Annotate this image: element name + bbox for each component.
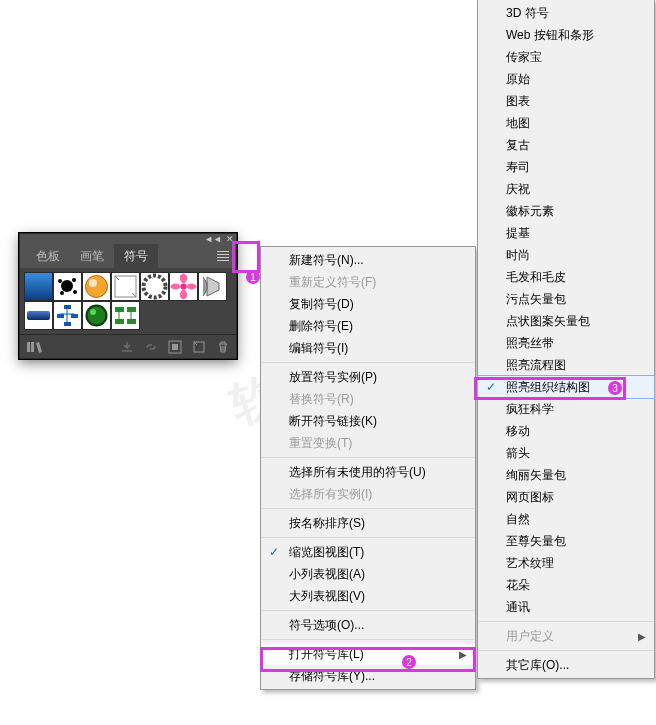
submenu-item[interactable]: 图表 <box>478 90 654 112</box>
menu-item[interactable]: 小列表视图(A) <box>261 563 475 585</box>
submenu-item[interactable]: 徽标元素 <box>478 200 654 222</box>
submenu-item[interactable]: 庆祝 <box>478 178 654 200</box>
symbol-swatch[interactable] <box>24 301 53 330</box>
menu-item-label: 大列表视图(V) <box>289 588 365 605</box>
panel-collapse-icon[interactable]: ◄◄ <box>204 235 222 244</box>
submenu-item[interactable]: 疯狂科学 <box>478 398 654 420</box>
svg-line-10 <box>132 293 136 297</box>
panel-menu-button[interactable] <box>213 248 233 264</box>
symbol-swatch[interactable] <box>53 301 82 330</box>
submenu-item[interactable]: 地图 <box>478 112 654 134</box>
menu-separator <box>262 610 474 611</box>
svg-point-4 <box>60 291 64 295</box>
submenu-item[interactable]: 箭头 <box>478 442 654 464</box>
symbol-options-icon[interactable] <box>168 340 182 354</box>
submenu-item-label: 地图 <box>506 115 530 132</box>
submenu-item-label: 用户定义 <box>506 628 554 645</box>
svg-point-3 <box>72 278 76 282</box>
symbol-swatch[interactable] <box>111 272 140 301</box>
submenu-item[interactable]: 污点矢量包 <box>478 288 654 310</box>
symbol-swatch[interactable] <box>198 272 227 301</box>
submenu-item[interactable]: 复古 <box>478 134 654 156</box>
submenu-item[interactable]: 艺术纹理 <box>478 552 654 574</box>
svg-rect-37 <box>27 342 30 352</box>
tab-brushes[interactable]: 画笔 <box>70 244 114 268</box>
symbol-swatch[interactable] <box>140 272 169 301</box>
menu-item[interactable]: 编辑符号(I) <box>261 337 475 359</box>
submenu-item[interactable]: 绚丽矢量包 <box>478 464 654 486</box>
symbol-swatch[interactable] <box>24 272 53 301</box>
submenu-item[interactable]: 其它库(O)... <box>478 654 654 676</box>
symbol-swatch[interactable] <box>53 272 82 301</box>
panel-close-icon[interactable]: ✕ <box>226 235 234 244</box>
menu-item[interactable]: 放置符号实例(P) <box>261 366 475 388</box>
symbol-swatch[interactable] <box>169 272 198 301</box>
submenu-item[interactable]: 通讯 <box>478 596 654 618</box>
submenu-item-label: 徽标元素 <box>506 203 554 220</box>
submenu-item[interactable]: 毛发和毛皮 <box>478 266 654 288</box>
submenu-item-label: 艺术纹理 <box>506 555 554 572</box>
submenu-item[interactable]: 花朵 <box>478 574 654 596</box>
place-symbol-icon <box>120 340 134 354</box>
menu-item-label: 存储符号库(Y)... <box>289 668 375 685</box>
symbol-swatch[interactable] <box>111 301 140 330</box>
submenu-item[interactable]: 点状图案矢量包 <box>478 310 654 332</box>
menu-separator <box>262 457 474 458</box>
panel-tabs: 色板 画笔 符号 <box>20 244 236 268</box>
symbol-swatch[interactable] <box>82 301 111 330</box>
submenu-item[interactable]: 照亮丝带 <box>478 332 654 354</box>
submenu-item[interactable]: ✓照亮组织结构图 <box>478 376 654 398</box>
menu-separator <box>262 639 474 640</box>
svg-point-7 <box>89 279 97 287</box>
menu-item[interactable]: 符号选项(O)... <box>261 614 475 636</box>
tab-symbols[interactable]: 符号 <box>114 244 158 268</box>
menu-item[interactable]: 断开符号链接(K) <box>261 410 475 432</box>
menu-item-label: 缩览图视图(T) <box>289 544 364 561</box>
new-symbol-icon[interactable] <box>192 340 206 354</box>
submenu-item[interactable]: 至尊矢量包 <box>478 530 654 552</box>
svg-point-6 <box>86 276 108 298</box>
menu-item[interactable]: 按名称排序(S) <box>261 512 475 534</box>
submenu-item[interactable]: 原始 <box>478 68 654 90</box>
svg-point-5 <box>73 290 77 294</box>
symbol-swatch[interactable] <box>82 272 111 301</box>
submenu-arrow-icon: ▶ <box>459 649 467 660</box>
svg-rect-38 <box>31 342 34 352</box>
submenu-item[interactable]: 传家宝 <box>478 46 654 68</box>
submenu-item[interactable]: 网页图标 <box>478 486 654 508</box>
submenu-item-label: 庆祝 <box>506 181 530 198</box>
menu-item[interactable]: 存储符号库(Y)... <box>261 665 475 687</box>
menu-item[interactable]: ✓缩览图视图(T) <box>261 541 475 563</box>
submenu-item[interactable]: 照亮流程图 <box>478 354 654 376</box>
menu-item: 替换符号(R) <box>261 388 475 410</box>
menu-item[interactable]: 复制符号(D) <box>261 293 475 315</box>
menu-item[interactable]: 大列表视图(V) <box>261 585 475 607</box>
submenu-item[interactable]: 3D 符号 <box>478 2 654 24</box>
submenu-item[interactable]: Web 按钮和条形 <box>478 24 654 46</box>
menu-item[interactable]: 打开符号库(L)▶ <box>261 643 475 665</box>
delete-symbol-icon[interactable] <box>216 340 230 354</box>
menu-item-label: 替换符号(R) <box>289 391 354 408</box>
tab-swatches[interactable]: 色板 <box>26 244 70 268</box>
library-menu-icon[interactable] <box>26 340 44 354</box>
svg-rect-0 <box>25 273 52 300</box>
menu-item-label: 打开符号库(L) <box>289 646 364 663</box>
menu-separator <box>262 508 474 509</box>
menu-item-label: 放置符号实例(P) <box>289 369 377 386</box>
submenu-item[interactable]: 寿司 <box>478 156 654 178</box>
svg-point-12 <box>181 284 187 290</box>
submenu-item-label: 通讯 <box>506 599 530 616</box>
submenu-item[interactable]: 时尚 <box>478 244 654 266</box>
menu-item-label: 复制符号(D) <box>289 296 354 313</box>
menu-separator <box>479 621 653 622</box>
submenu-item[interactable]: 提基 <box>478 222 654 244</box>
svg-point-2 <box>58 279 62 283</box>
menu-item-label: 符号选项(O)... <box>289 617 364 634</box>
submenu-item[interactable]: 移动 <box>478 420 654 442</box>
menu-item[interactable]: 选择所有未使用的符号(U) <box>261 461 475 483</box>
menu-item[interactable]: 删除符号(E) <box>261 315 475 337</box>
submenu-item[interactable]: 自然 <box>478 508 654 530</box>
menu-item[interactable]: 新建符号(N)... <box>261 249 475 271</box>
submenu-item-label: 传家宝 <box>506 49 542 66</box>
menu-item-label: 编辑符号(I) <box>289 340 348 357</box>
